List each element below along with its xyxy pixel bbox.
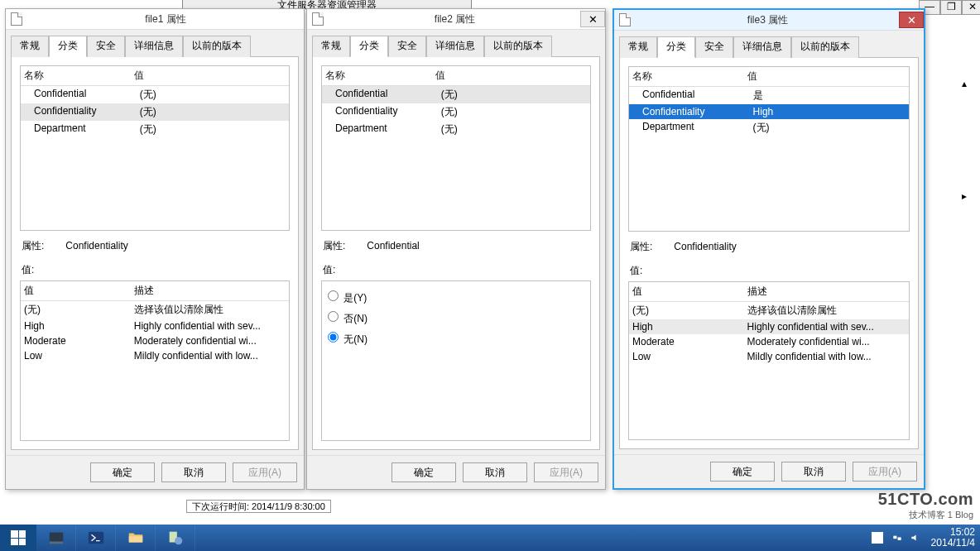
taskbar-spacer: [195, 525, 867, 551]
value-box[interactable]: 值 描述 (无) 选择该值以清除属性 High Highly confident…: [20, 280, 290, 441]
property-value: (无): [140, 105, 286, 119]
titlebar[interactable]: file3 属性 ✕: [614, 10, 924, 31]
document-icon: [619, 13, 631, 26]
tab-安全[interactable]: 安全: [87, 36, 125, 57]
radio-no[interactable]: 否(N): [324, 309, 588, 326]
property-list[interactable]: 名称 值 Confidential (无) Confidentiality (无…: [20, 65, 290, 231]
value-label-line: 值:: [630, 264, 908, 278]
tab-详细信息[interactable]: 详细信息: [125, 36, 183, 57]
radio-no-input[interactable]: [328, 311, 339, 322]
ok-button[interactable]: 确定: [90, 462, 155, 482]
tab-以前的版本[interactable]: 以前的版本: [791, 36, 859, 58]
bg-close-button[interactable]: ✕: [962, 0, 980, 15]
powershell-icon: [87, 529, 105, 547]
tab-以前的版本[interactable]: 以前的版本: [484, 36, 552, 57]
tab-分类[interactable]: 分类: [350, 36, 388, 57]
close-button[interactable]: ✕: [580, 11, 605, 27]
attribute-label: 属性:: [630, 240, 671, 254]
property-row[interactable]: Confidentiality (无): [21, 103, 289, 121]
cancel-button[interactable]: 取消: [463, 462, 527, 482]
property-list[interactable]: 名称 值 Confidential 是 Confidentiality High…: [628, 66, 910, 232]
property-row[interactable]: Confidentiality High: [629, 104, 909, 119]
tab-详细信息[interactable]: 详细信息: [426, 36, 484, 57]
property-row[interactable]: Confidential (无): [21, 86, 289, 103]
bg-chevron-right-icon[interactable]: ▸: [962, 190, 972, 202]
radio-yes[interactable]: 是(Y): [324, 288, 588, 305]
property-row[interactable]: Department (无): [629, 119, 909, 137]
taskbar: 15:02 2014/11/4: [0, 525, 980, 551]
cancel-button[interactable]: 取消: [781, 462, 846, 482]
svg-point-5: [175, 537, 182, 544]
document-icon: [11, 12, 22, 26]
taskbar-item-explorer[interactable]: [116, 525, 156, 551]
svg-rect-7: [897, 537, 901, 540]
taskbar-item-powershell[interactable]: [76, 525, 116, 551]
property-row[interactable]: Department (无): [21, 121, 289, 138]
value-option-name: Low: [632, 351, 747, 362]
tray-speaker-icon[interactable]: [910, 532, 921, 544]
close-button[interactable]: ✕: [899, 12, 924, 28]
taskbar-clock[interactable]: 15:02 2014/11/4: [931, 527, 975, 549]
start-button[interactable]: [0, 525, 36, 551]
value-option-row[interactable]: High Highly confidential with sev...: [21, 319, 289, 333]
value-box[interactable]: 值 描述 (无) 选择该值以清除属性 High Highly confident…: [628, 281, 910, 440]
tab-分类[interactable]: 分类: [49, 36, 87, 57]
property-row[interactable]: Confidentiality (无): [322, 103, 590, 121]
ok-button[interactable]: 确定: [392, 462, 456, 482]
tab-常规[interactable]: 常规: [11, 36, 49, 57]
value-option-row[interactable]: (无) 选择该值以清除属性: [21, 301, 289, 319]
document-icon: [312, 12, 324, 26]
cancel-button[interactable]: 取消: [161, 462, 226, 482]
property-row[interactable]: Department (无): [322, 121, 590, 138]
tab-常规[interactable]: 常规: [619, 36, 657, 58]
value-label: 值:: [22, 263, 63, 277]
radio-none-input[interactable]: [328, 332, 339, 343]
property-row[interactable]: Confidential (无): [322, 86, 590, 103]
bg-maximize-button[interactable]: ❐: [940, 0, 962, 15]
value-option-row[interactable]: Low Mildly confidential with low...: [629, 349, 909, 364]
system-tray[interactable]: 15:02 2014/11/4: [867, 525, 980, 551]
value-label-line: 值:: [22, 263, 288, 277]
apply-button[interactable]: 应用(A): [233, 462, 297, 482]
tab-安全[interactable]: 安全: [388, 36, 426, 57]
radio-none[interactable]: 无(N): [324, 329, 588, 347]
value-option-desc: 选择该值以清除属性: [134, 303, 286, 317]
titlebar[interactable]: file1 属性: [6, 9, 304, 30]
tab-以前的版本[interactable]: 以前的版本: [183, 36, 251, 57]
apply-button[interactable]: 应用(A): [853, 462, 917, 482]
radio-yes-input[interactable]: [328, 290, 339, 301]
value-option-row[interactable]: Moderate Moderately confidential wi...: [629, 334, 909, 349]
button-row: 确定 取消 应用(A): [307, 455, 605, 489]
property-list-header: 名称 值: [322, 66, 590, 86]
bg-chevron-up-icon[interactable]: ▴: [962, 78, 972, 89]
tray-network-icon[interactable]: [891, 532, 903, 544]
server-icon: [47, 529, 65, 547]
value-option-desc: Highly confidential with sev...: [134, 320, 286, 332]
attribute-label-line: 属性: Confidential: [323, 239, 589, 253]
property-list[interactable]: 名称 值 Confidential (无) Confidentiality (无…: [321, 65, 591, 231]
attribute-name: Confidentiality: [674, 241, 736, 252]
value-option-row[interactable]: Low Mildly confidential with low...: [21, 348, 289, 363]
property-name: Confidentiality: [335, 105, 441, 119]
value-option-row[interactable]: (无) 选择该值以清除属性: [629, 302, 909, 319]
property-value: (无): [140, 88, 286, 102]
tab-详细信息[interactable]: 详细信息: [733, 36, 791, 58]
titlebar[interactable]: file2 属性 ✕: [307, 9, 605, 30]
value-option-row[interactable]: High Highly confidential with sev...: [629, 319, 909, 334]
taskbar-item-fsrm[interactable]: [156, 525, 195, 551]
ok-button[interactable]: 确定: [710, 462, 775, 482]
apply-button[interactable]: 应用(A): [534, 462, 598, 482]
taskbar-item-server-manager[interactable]: [36, 525, 76, 551]
value-label: 值:: [323, 263, 364, 277]
attribute-name: Confidential: [367, 240, 419, 252]
tab-安全[interactable]: 安全: [695, 36, 733, 58]
property-name: Confidential: [642, 89, 753, 103]
value-option-desc: Mildly confidential with low...: [134, 350, 286, 362]
tab-常规[interactable]: 常规: [312, 36, 350, 57]
tray-flag-icon[interactable]: [872, 532, 883, 544]
col-desc: 描述: [747, 285, 906, 299]
col-name: 名称: [24, 69, 134, 83]
property-row[interactable]: Confidential 是: [629, 87, 909, 104]
tab-分类[interactable]: 分类: [657, 36, 695, 58]
value-option-row[interactable]: Moderate Moderately confidential wi...: [21, 333, 289, 348]
